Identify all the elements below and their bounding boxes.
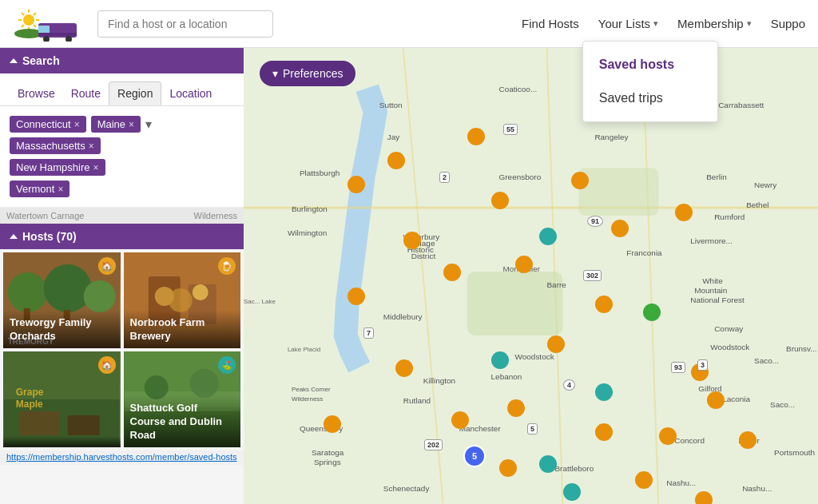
map-marker-7[interactable] <box>611 220 629 237</box>
map-marker-2[interactable] <box>387 152 405 169</box>
map-marker-11[interactable] <box>347 288 365 305</box>
tag-remove-connecticut[interactable]: × <box>74 119 80 130</box>
svg-text:Conway: Conway <box>714 324 743 333</box>
host-card-name-norbrook: Norbrook Farm Brewery <box>124 310 241 348</box>
tag-maine[interactable]: Maine × <box>91 116 141 133</box>
highway-badge-3: 3 <box>697 359 708 371</box>
host-card-norbrook[interactable]: 🍺 Norbrook Farm Brewery <box>124 252 241 348</box>
map-marker-green-1[interactable] <box>643 304 661 321</box>
svg-text:Woodstock: Woodstock <box>710 343 749 351</box>
map-marker-14[interactable] <box>395 359 413 377</box>
nav-membership[interactable]: Membership ▾ <box>677 17 752 30</box>
map-marker-5[interactable] <box>491 192 509 209</box>
map-marker-19[interactable] <box>324 415 341 433</box>
map-marker-21[interactable] <box>659 427 677 445</box>
tag-remove-maine[interactable]: × <box>129 119 134 130</box>
svg-text:Rangeley: Rangeley <box>594 133 628 141</box>
svg-rect-33 <box>68 415 100 435</box>
svg-text:Lebanon: Lebanon <box>491 372 522 381</box>
tab-location[interactable]: Location <box>161 82 220 105</box>
svg-text:Wilmington: Wilmington <box>288 228 327 237</box>
map-marker-teal-3[interactable] <box>595 383 613 401</box>
map-marker-22[interactable] <box>739 431 756 449</box>
svg-point-16 <box>8 272 48 312</box>
svg-text:Jay: Jay <box>387 133 400 141</box>
svg-text:Saco...: Saco... <box>770 400 795 409</box>
svg-line-5 <box>22 13 24 15</box>
map-area[interactable]: Sutton Coaticoo... Carrabassett Jay Rang… <box>244 48 818 504</box>
host-card-name-treworgy: Treworgy Family Orchards <box>3 310 121 348</box>
tags-row: Connecticut × Maine × ▾ <box>10 116 234 133</box>
svg-text:Rumford: Rumford <box>714 212 745 221</box>
map-marker-12[interactable] <box>595 296 613 313</box>
highway-badge-202: 202 <box>424 439 443 450</box>
map-marker-cluster[interactable]: 5 <box>463 445 486 467</box>
map-marker-teal-1[interactable] <box>539 228 557 245</box>
tag-remove-massachusetts[interactable]: × <box>89 141 94 152</box>
map-marker-10[interactable] <box>515 256 533 273</box>
map-marker-3[interactable] <box>571 172 589 189</box>
hosts-section-header[interactable]: Hosts (70) <box>0 224 244 249</box>
map-marker-24[interactable] <box>635 471 653 489</box>
tag-connecticut[interactable]: Connecticut × <box>10 116 86 133</box>
dropdown-saved-trips[interactable]: Saved trips <box>583 81 717 115</box>
svg-text:Wilderness: Wilderness <box>292 395 323 403</box>
dropdown-saved-hosts[interactable]: Saved hosts <box>583 48 717 81</box>
map-marker-20[interactable] <box>595 423 613 441</box>
tab-region[interactable]: Region <box>109 81 161 105</box>
map-marker-6[interactable] <box>675 204 693 221</box>
map-marker-1[interactable] <box>467 128 485 145</box>
svg-point-27 <box>168 288 192 312</box>
svg-text:National Forest: National Forest <box>690 296 745 304</box>
nav-support[interactable]: Suppo <box>771 17 805 30</box>
svg-rect-32 <box>20 411 60 435</box>
map-marker-23[interactable] <box>499 459 517 477</box>
host-card-treworgy[interactable]: TREMORGY 🏠 Treworgy Family Orchards <box>3 252 121 348</box>
map-marker-17[interactable] <box>507 399 525 417</box>
nav-find-hosts[interactable]: Find Hosts <box>522 17 579 30</box>
tab-route[interactable]: Route <box>63 82 109 105</box>
tab-browse[interactable]: Browse <box>10 82 63 105</box>
host-card-maple[interactable]: Grape Maple 🏠 <box>3 351 121 447</box>
tags-row-2: Massachusetts × <box>10 137 234 154</box>
svg-text:Saco...: Saco... <box>754 356 779 365</box>
logo[interactable] <box>13 6 85 42</box>
svg-text:Concord: Concord <box>674 436 705 445</box>
svg-point-26 <box>192 284 208 300</box>
host-card-name-maple <box>3 436 121 447</box>
svg-point-18 <box>84 280 116 312</box>
svg-text:Coaticoo...: Coaticoo... <box>499 85 538 93</box>
tag-new-hampshire[interactable]: New Hampshire × <box>10 159 105 176</box>
highway-badge-7: 7 <box>363 327 374 339</box>
highway-badge-91: 91 <box>587 216 603 227</box>
search-section-header[interactable]: Search <box>0 48 244 73</box>
nav-your-lists[interactable]: Your Lists ▾ Saved hosts Saved trips <box>598 17 658 30</box>
svg-text:Brunsv...: Brunsv... <box>786 344 817 353</box>
search-input[interactable] <box>97 10 273 38</box>
tags-area: Connecticut × Maine × ▾ Massachusetts × … <box>0 106 244 208</box>
tags-expand-icon[interactable]: ▾ <box>145 117 152 132</box>
host-card-golf[interactable]: ⛳ Shattuck Golf Course and Dublin Road <box>124 351 241 447</box>
map-marker-8[interactable] <box>403 232 421 249</box>
svg-rect-11 <box>38 26 50 34</box>
preferences-button[interactable]: ▾ Preferences <box>260 61 355 86</box>
svg-text:Carrabassett: Carrabassett <box>718 101 764 109</box>
tag-vermont[interactable]: Vermont × <box>10 181 69 197</box>
search-collapse-icon <box>10 58 18 63</box>
map-marker-teal-5[interactable] <box>563 483 581 501</box>
map-marker-25[interactable] <box>695 491 713 504</box>
tag-remove-vermont[interactable]: × <box>58 184 63 195</box>
tag-remove-new-hampshire[interactable]: × <box>93 162 98 173</box>
map-marker-13[interactable] <box>547 335 565 353</box>
map-marker-16[interactable] <box>707 391 725 409</box>
your-lists-dropdown: Saved hosts Saved trips <box>582 41 718 122</box>
hosts-header-label: Hosts (70) <box>22 230 77 243</box>
highway-badge-4: 4 <box>563 379 575 391</box>
map-marker-teal-4[interactable] <box>539 455 557 473</box>
map-marker-teal-2[interactable] <box>491 351 509 369</box>
map-marker-4[interactable] <box>347 176 365 193</box>
map-marker-9[interactable] <box>443 264 461 281</box>
hosts-grid: TREMORGY 🏠 Treworgy Family Orchards <box>0 249 244 450</box>
tag-massachusetts[interactable]: Massachusetts × <box>10 137 101 154</box>
map-marker-18[interactable] <box>451 411 469 429</box>
